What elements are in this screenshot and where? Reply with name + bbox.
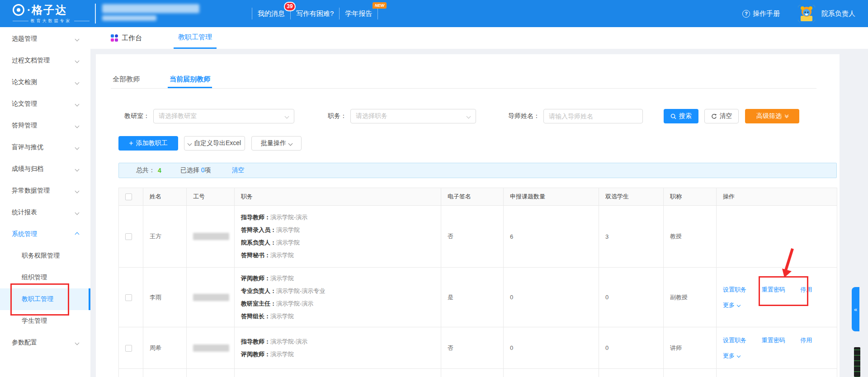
header-divider — [95, 4, 96, 24]
reset-password-link[interactable]: 重置密码 — [762, 286, 785, 293]
chevron-down-icon — [75, 210, 80, 215]
action-toolbar: + 添加教职工 自定义导出Excel 批量操作 — [96, 136, 840, 151]
screen: ·格子达 教育大数据专家 我的消息 39 写作有困难? 学年报告 NEW — [0, 0, 868, 377]
chevron-down-icon — [737, 353, 741, 357]
sidebar-item-staff-management[interactable]: 教职工管理 — [0, 288, 90, 310]
col-name: 姓名 — [143, 188, 187, 206]
duty-label: 职务： — [328, 112, 347, 120]
plus-icon: + — [129, 139, 133, 147]
page-gap — [90, 49, 868, 54]
cell-duties: 指导教师：演示学院-演示 评阅教师：演示学院 — [235, 327, 441, 369]
chevron-down-icon — [75, 80, 80, 85]
brand-logo: ·格子达 教育大数据专家 — [13, 3, 90, 24]
filter-duty: 职务： 请选择职务 — [328, 109, 476, 123]
workbench-grid-icon — [111, 34, 118, 42]
chevron-down-icon — [75, 37, 80, 41]
sidebar-item-system-management[interactable]: 系统管理 — [0, 223, 90, 245]
col-staff-id: 工号 — [187, 188, 235, 206]
manual-link[interactable]: ? 操作手册 — [742, 9, 780, 18]
cell-duties: 指导教师：演示学院-演示 答辩录入员：演示学院 院系负责人：演示学院 答辩秘书：… — [235, 206, 441, 268]
cell-name: 周希 — [143, 327, 187, 369]
duty-select[interactable]: 请选择职务 — [350, 109, 476, 123]
sidebar-item-paper-check[interactable]: 论文检测 — [0, 71, 90, 93]
sidebar-item-organization[interactable]: 组织管理 — [0, 267, 90, 288]
table-row: 周希 指导教师：演示学院-演示 评阅教师：演示学院 否 0 0 讲师 设置职务 … — [119, 327, 837, 369]
subtab-all-teachers[interactable]: 全部教师 — [111, 71, 142, 88]
sidebar: 选题管理 过程文档管理 论文检测 论文管理 答辩管理 盲评与推优 成绩与归档 异… — [0, 27, 90, 377]
refresh-icon — [711, 113, 717, 119]
add-staff-button[interactable]: + 添加教职工 — [118, 136, 178, 151]
new-badge: NEW — [373, 2, 387, 9]
row-checkbox[interactable] — [125, 345, 132, 352]
masked-staff-id — [193, 294, 229, 301]
sidebar-item-paper-management[interactable]: 论文管理 — [0, 93, 90, 115]
row-checkbox[interactable] — [125, 233, 132, 240]
cell-esignature: 否 — [441, 206, 504, 268]
message-count-badge: 39 — [284, 2, 296, 11]
sidebar-item-defense-management[interactable]: 答辩管理 — [0, 115, 90, 137]
tutor-name-input[interactable] — [543, 109, 643, 123]
brand-logo-icon — [13, 4, 24, 16]
col-mutual-students: 双选学生 — [599, 188, 664, 206]
disable-link[interactable]: 停用 — [800, 337, 812, 344]
teacher-subtabs: 全部教师 当前届别教师 — [111, 71, 816, 89]
disable-link[interactable]: 停用 — [800, 286, 812, 293]
double-chevron-down-icon — [785, 115, 788, 118]
chevron-down-icon — [75, 123, 80, 128]
sidebar-item-role-permission[interactable]: 职务权限管理 — [0, 245, 90, 267]
sidebar-item-topic-management[interactable]: 选题管理 — [0, 28, 90, 50]
select-all-checkbox[interactable] — [125, 193, 132, 200]
cell-title: 教授 — [664, 206, 717, 268]
reset-password-link[interactable]: 重置密码 — [762, 337, 785, 344]
cell-actions: 设置职务 重置密码 停用 更多 — [717, 327, 837, 369]
batch-operation-button[interactable]: 批量操作 — [251, 136, 302, 151]
set-duty-link[interactable]: 设置职务 — [723, 286, 746, 293]
advanced-filter-button[interactable]: 高级筛选 — [745, 109, 799, 123]
chevron-down-icon — [285, 114, 289, 118]
collapse-panel-handle[interactable]: « — [852, 287, 859, 331]
user-role[interactable]: 院系负责人 — [821, 9, 855, 18]
masked-school-subtext — [102, 15, 156, 21]
cell-name: 李雨 — [143, 268, 187, 327]
search-button[interactable]: 搜索 — [664, 109, 698, 123]
brand-name: ·格子达 — [27, 3, 67, 17]
selected-label: 已选择 0项 — [180, 166, 211, 174]
cell-esignature: 否 — [441, 327, 504, 369]
nav-annual-report[interactable]: 学年报告 NEW — [345, 9, 372, 18]
app-header: ·格子达 教育大数据专家 我的消息 39 写作有困难? 学年报告 NEW — [0, 0, 868, 27]
clear-button[interactable]: 清空 — [704, 109, 739, 123]
sidebar-item-blind-review[interactable]: 盲评与推优 — [0, 137, 90, 158]
nav-my-messages[interactable]: 我的消息 39 — [258, 9, 285, 18]
nav-writing-help[interactable]: 写作有困难? — [296, 9, 334, 18]
col-esignature: 电子签名 — [441, 188, 504, 206]
header-nav: 我的消息 39 写作有困难? 学年报告 NEW — [246, 0, 383, 27]
set-duty-link[interactable]: 设置职务 — [723, 337, 746, 344]
tab-workbench[interactable]: 工作台 — [111, 27, 142, 49]
staff-panel: 全部教师 当前届别教师 教研室： 请选择教研室 职务： 请选择职务 导师姓名： — [96, 54, 840, 377]
chevron-down-icon — [467, 114, 471, 118]
table-header-row: 姓名 工号 职务 电子签名 申报课题数量 双选学生 职称 操作 — [119, 188, 837, 206]
filter-research-office: 教研室： 请选择教研室 — [124, 109, 294, 123]
more-link[interactable]: 更多 — [723, 301, 735, 309]
cell-title: 讲师 — [664, 327, 717, 369]
total-label: 总共： — [136, 166, 155, 174]
sidebar-item-process-docs[interactable]: 过程文档管理 — [0, 50, 90, 71]
research-office-select[interactable]: 请选择教研室 — [153, 109, 294, 123]
research-office-label: 教研室： — [124, 112, 150, 120]
page-tabbar: 工作台 教职工管理 — [90, 27, 868, 49]
avatar[interactable] — [798, 5, 815, 22]
search-icon — [670, 113, 676, 119]
sidebar-item-statistics[interactable]: 统计报表 — [0, 202, 90, 223]
subtab-current-term-teachers[interactable]: 当前届别教师 — [168, 71, 212, 88]
row-checkbox[interactable] — [125, 294, 132, 301]
sidebar-item-student-management[interactable]: 学生管理 — [0, 310, 90, 332]
export-excel-button[interactable]: 自定义导出Excel — [184, 136, 245, 151]
clear-selection-link[interactable]: 清空 — [231, 166, 244, 174]
masked-school-name — [102, 4, 199, 13]
sidebar-item-grades-archive[interactable]: 成绩与归档 — [0, 158, 90, 180]
sidebar-item-abnormal-data[interactable]: 异常数据管理 — [0, 180, 90, 202]
tab-staff-management[interactable]: 教职工管理 — [174, 27, 217, 49]
more-link[interactable]: 更多 — [723, 352, 735, 360]
total-count: 4 — [158, 167, 161, 174]
sidebar-item-parameter-config[interactable]: 参数配置 — [0, 332, 90, 353]
